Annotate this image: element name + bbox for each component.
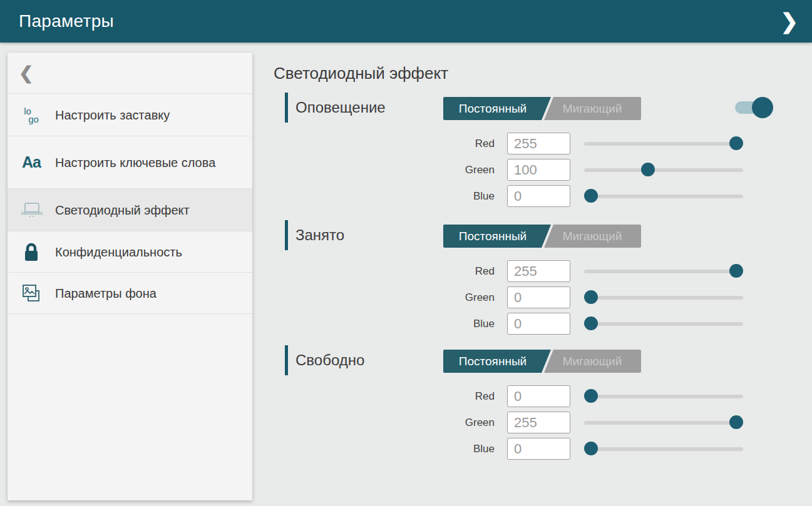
green-label: Green [274,159,495,181]
green-slider[interactable] [584,412,743,433]
blue-channel-row: Blue [274,185,762,207]
page-title: Параметры [19,11,114,31]
red-channel-row: Red [274,133,762,154]
sidebar-item-label: Конфиденциальность [55,244,252,260]
section-accent-bar [285,345,288,375]
slider-track[interactable] [584,168,743,172]
red-value-input[interactable] [507,385,570,407]
section-busy: Занято Мигающий Постоянный Red Green [274,220,762,250]
green-label: Green [274,412,495,433]
slider-track[interactable] [584,195,743,198]
slider-thumb[interactable] [584,389,598,403]
blue-channel-row: Blue [274,313,762,335]
slider-track[interactable] [584,395,743,398]
background-images-icon [21,283,42,304]
slider-track[interactable] [584,447,743,451]
slider-track[interactable] [584,270,743,273]
blue-channel-row: Blue [274,438,762,460]
sidebar-item-label: Настроить заставку [55,107,252,123]
blue-value-input[interactable] [507,185,570,207]
back-chevron-icon[interactable]: ❮ [19,63,33,83]
red-channel-row: Red [274,385,762,407]
red-value-input[interactable] [507,260,570,282]
red-slider[interactable] [584,133,743,154]
blue-slider[interactable] [584,313,743,335]
slider-thumb[interactable] [729,264,743,278]
sidebar-item-led-effect[interactable]: Светодиодный эффект [8,189,252,231]
mode-segmented-control: Мигающий Постоянный [443,350,641,373]
slider-thumb[interactable] [584,290,598,304]
slider-track[interactable] [584,322,743,326]
keywords-aa-icon: Aa [22,153,41,171]
green-channel-row: Green [274,286,762,308]
section-accent-bar [285,220,288,250]
slider-thumb[interactable] [729,136,743,150]
panel-title: Светодиодный эффект [274,64,448,83]
sidebar-item-label: Параметры фона [55,285,252,301]
section-title: Оповещение [296,93,386,123]
green-value-input[interactable] [507,159,570,181]
settings-sidebar: ❮ logo Настроить заставку Aa Настроить к… [8,53,252,500]
slider-track[interactable] [584,142,743,146]
green-channel-row: Green [274,412,762,433]
alert-enabled-toggle[interactable] [735,97,768,118]
green-slider[interactable] [584,159,743,181]
blue-slider[interactable] [584,185,743,207]
sidebar-back-row[interactable]: ❮ [8,53,252,94]
section-accent-bar [285,93,288,123]
red-label: Red [274,385,495,407]
blue-label: Blue [274,313,495,335]
red-channel-row: Red [274,260,762,282]
sidebar-item-label: Светодиодный эффект [55,202,252,218]
logo-icon: logo [24,107,39,123]
sidebar-item-splash-screen[interactable]: logo Настроить заставку [8,94,252,136]
mode-segmented-control: Мигающий Постоянный [443,225,641,248]
sidebar-item-privacy[interactable]: Конфиденциальность [8,231,252,273]
green-value-input[interactable] [507,286,570,308]
slider-track[interactable] [584,421,743,425]
blue-value-input[interactable] [507,313,570,335]
slider-thumb[interactable] [729,415,743,429]
section-title: Занято [296,220,344,250]
blue-label: Blue [274,185,495,207]
red-label: Red [274,260,495,282]
settings-screen: Параметры ❯ ❮ logo Настроить заставку Aa… [0,0,812,506]
slider-thumb[interactable] [584,442,598,455]
blue-slider[interactable] [584,438,743,460]
section-alert: Оповещение Мигающий Постоянный Red [274,93,762,123]
red-slider[interactable] [584,260,743,282]
app-header: Параметры ❯ [0,0,812,43]
led-screen-icon [20,201,43,220]
green-channel-row: Green [274,159,762,181]
forward-chevron-icon[interactable]: ❯ [776,0,804,43]
mode-constant-segment[interactable]: Постоянный [443,225,551,248]
sidebar-item-label: Настроить ключевые слова [55,154,252,171]
red-slider[interactable] [584,385,743,407]
section-title: Свободно [296,345,364,375]
sidebar-item-background[interactable]: Параметры фона [8,273,252,314]
green-label: Green [274,286,495,308]
blue-value-input[interactable] [507,438,570,460]
mode-constant-segment[interactable]: Постоянный [443,350,551,373]
mode-constant-segment[interactable]: Постоянный [443,97,551,120]
red-label: Red [274,133,495,154]
green-value-input[interactable] [507,412,570,433]
blue-label: Blue [274,438,495,460]
red-value-input[interactable] [507,133,570,154]
sidebar-item-keywords[interactable]: Aa Настроить ключевые слова [8,136,252,189]
led-effect-panel: Светодиодный эффект Оповещение Мигающий … [274,43,774,506]
section-free: Свободно Мигающий Постоянный Red Green [274,345,762,375]
lock-icon [21,241,41,263]
slider-thumb[interactable] [641,163,655,176]
green-slider[interactable] [584,286,743,308]
mode-segmented-control: Мигающий Постоянный [443,97,641,120]
toggle-thumb[interactable] [752,97,773,118]
slider-track[interactable] [584,296,743,300]
slider-thumb[interactable] [584,316,598,330]
slider-thumb[interactable] [584,189,598,203]
